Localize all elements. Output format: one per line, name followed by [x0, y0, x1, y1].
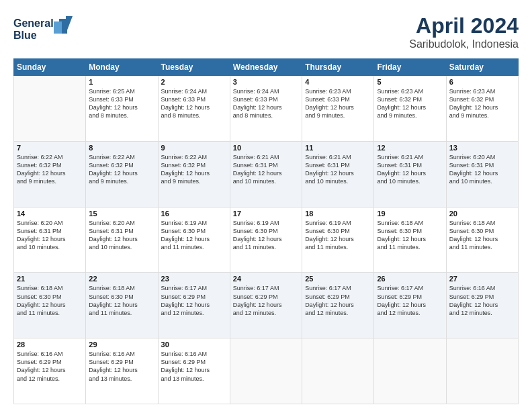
logo-svg: General Blue: [13, 13, 74, 43]
day-number: 4: [305, 78, 371, 86]
day-number: 23: [161, 275, 227, 283]
col-sunday: Sunday: [14, 59, 86, 76]
header-row: Sunday Monday Tuesday Wednesday Thursday…: [14, 59, 519, 76]
title-block: April 2024 Saribudolok, Indonesia: [409, 13, 519, 50]
day-number: 13: [449, 144, 515, 152]
col-friday: Friday: [374, 59, 446, 76]
table-row: 13Sunrise: 6:20 AM Sunset: 6:31 PM Dayli…: [446, 141, 518, 207]
col-tuesday: Tuesday: [158, 59, 230, 76]
day-info: Sunrise: 6:16 AM Sunset: 6:29 PM Dayligh…: [161, 350, 227, 383]
logo-text: General Blue: [13, 13, 74, 46]
day-number: 8: [89, 144, 154, 152]
table-row: 20Sunrise: 6:18 AM Sunset: 6:30 PM Dayli…: [446, 207, 518, 273]
day-number: 11: [305, 144, 371, 152]
day-info: Sunrise: 6:19 AM Sunset: 6:30 PM Dayligh…: [161, 219, 227, 252]
table-row: 28Sunrise: 6:16 AM Sunset: 6:29 PM Dayli…: [14, 338, 86, 404]
calendar-subtitle: Saribudolok, Indonesia: [409, 38, 519, 50]
table-row: 15Sunrise: 6:20 AM Sunset: 6:31 PM Dayli…: [86, 207, 158, 273]
day-info: Sunrise: 6:22 AM Sunset: 6:32 PM Dayligh…: [89, 153, 154, 186]
table-row: [374, 338, 446, 404]
day-info: Sunrise: 6:20 AM Sunset: 6:31 PM Dayligh…: [449, 153, 515, 186]
svg-marker-3: [66, 16, 73, 34]
day-info: Sunrise: 6:24 AM Sunset: 6:33 PM Dayligh…: [233, 87, 299, 120]
day-number: 26: [377, 275, 443, 283]
table-row: [446, 338, 518, 404]
day-info: Sunrise: 6:19 AM Sunset: 6:30 PM Dayligh…: [233, 219, 299, 252]
table-row: 29Sunrise: 6:16 AM Sunset: 6:29 PM Dayli…: [86, 338, 158, 404]
table-row: 6Sunrise: 6:23 AM Sunset: 6:32 PM Daylig…: [446, 76, 518, 142]
col-monday: Monday: [86, 59, 158, 76]
table-row: 27Sunrise: 6:16 AM Sunset: 6:29 PM Dayli…: [446, 273, 518, 338]
day-info: Sunrise: 6:18 AM Sunset: 6:30 PM Dayligh…: [377, 219, 443, 252]
day-info: Sunrise: 6:18 AM Sunset: 6:30 PM Dayligh…: [449, 219, 515, 252]
day-info: Sunrise: 6:24 AM Sunset: 6:33 PM Dayligh…: [161, 87, 227, 120]
logo: General Blue: [13, 13, 74, 46]
day-number: 5: [377, 78, 443, 86]
table-row: 16Sunrise: 6:19 AM Sunset: 6:30 PM Dayli…: [158, 207, 230, 273]
day-info: Sunrise: 6:17 AM Sunset: 6:29 PM Dayligh…: [377, 284, 443, 317]
day-number: 14: [17, 210, 83, 218]
day-number: 18: [305, 210, 371, 218]
day-number: 28: [17, 340, 83, 349]
col-saturday: Saturday: [446, 59, 518, 76]
day-info: Sunrise: 6:23 AM Sunset: 6:32 PM Dayligh…: [377, 87, 443, 120]
table-row: 12Sunrise: 6:21 AM Sunset: 6:31 PM Dayli…: [374, 141, 446, 207]
day-number: 15: [89, 210, 154, 218]
table-row: 22Sunrise: 6:18 AM Sunset: 6:30 PM Dayli…: [86, 273, 158, 338]
day-number: 16: [161, 210, 227, 218]
table-row: 21Sunrise: 6:18 AM Sunset: 6:30 PM Dayli…: [14, 273, 86, 338]
calendar-week-row: 7Sunrise: 6:22 AM Sunset: 6:32 PM Daylig…: [14, 141, 519, 207]
page: General Blue April 2024 Saribudolok, Ind…: [0, 0, 532, 411]
day-info: Sunrise: 6:22 AM Sunset: 6:32 PM Dayligh…: [161, 153, 227, 186]
table-row: 30Sunrise: 6:16 AM Sunset: 6:29 PM Dayli…: [158, 338, 230, 404]
table-row: [230, 338, 302, 404]
day-info: Sunrise: 6:21 AM Sunset: 6:31 PM Dayligh…: [305, 153, 371, 186]
table-row: 24Sunrise: 6:17 AM Sunset: 6:29 PM Dayli…: [230, 273, 302, 338]
day-info: Sunrise: 6:16 AM Sunset: 6:29 PM Dayligh…: [17, 350, 83, 383]
day-number: 25: [305, 275, 371, 283]
table-row: 25Sunrise: 6:17 AM Sunset: 6:29 PM Dayli…: [302, 273, 374, 338]
col-wednesday: Wednesday: [230, 59, 302, 76]
table-row: 14Sunrise: 6:20 AM Sunset: 6:31 PM Dayli…: [14, 207, 86, 273]
svg-text:General: General: [13, 17, 54, 29]
calendar-week-row: 14Sunrise: 6:20 AM Sunset: 6:31 PM Dayli…: [14, 207, 519, 273]
table-row: 10Sunrise: 6:21 AM Sunset: 6:31 PM Dayli…: [230, 141, 302, 207]
day-number: 9: [161, 144, 227, 152]
day-info: Sunrise: 6:22 AM Sunset: 6:32 PM Dayligh…: [17, 153, 83, 186]
day-info: Sunrise: 6:20 AM Sunset: 6:31 PM Dayligh…: [89, 219, 154, 252]
day-info: Sunrise: 6:25 AM Sunset: 6:33 PM Dayligh…: [89, 87, 154, 120]
table-row: 17Sunrise: 6:19 AM Sunset: 6:30 PM Dayli…: [230, 207, 302, 273]
table-row: 1Sunrise: 6:25 AM Sunset: 6:33 PM Daylig…: [86, 76, 158, 142]
day-number: 29: [89, 340, 154, 349]
calendar-table: Sunday Monday Tuesday Wednesday Thursday…: [13, 58, 519, 404]
table-row: 8Sunrise: 6:22 AM Sunset: 6:32 PM Daylig…: [86, 141, 158, 207]
day-number: 20: [449, 210, 515, 218]
day-number: 12: [377, 144, 443, 152]
day-info: Sunrise: 6:21 AM Sunset: 6:31 PM Dayligh…: [233, 153, 299, 186]
table-row: 19Sunrise: 6:18 AM Sunset: 6:30 PM Dayli…: [374, 207, 446, 273]
day-info: Sunrise: 6:18 AM Sunset: 6:30 PM Dayligh…: [89, 284, 154, 317]
day-info: Sunrise: 6:17 AM Sunset: 6:29 PM Dayligh…: [161, 284, 227, 317]
table-row: 11Sunrise: 6:21 AM Sunset: 6:31 PM Dayli…: [302, 141, 374, 207]
day-number: 7: [17, 144, 83, 152]
day-number: 24: [233, 275, 299, 283]
table-row: 23Sunrise: 6:17 AM Sunset: 6:29 PM Dayli…: [158, 273, 230, 338]
col-thursday: Thursday: [302, 59, 374, 76]
day-info: Sunrise: 6:18 AM Sunset: 6:30 PM Dayligh…: [17, 284, 83, 317]
day-info: Sunrise: 6:23 AM Sunset: 6:33 PM Dayligh…: [305, 87, 371, 120]
table-row: 4Sunrise: 6:23 AM Sunset: 6:33 PM Daylig…: [302, 76, 374, 142]
day-number: 3: [233, 78, 299, 86]
table-row: 7Sunrise: 6:22 AM Sunset: 6:32 PM Daylig…: [14, 141, 86, 207]
table-row: 5Sunrise: 6:23 AM Sunset: 6:32 PM Daylig…: [374, 76, 446, 142]
table-row: 2Sunrise: 6:24 AM Sunset: 6:33 PM Daylig…: [158, 76, 230, 142]
day-info: Sunrise: 6:21 AM Sunset: 6:31 PM Dayligh…: [377, 153, 443, 186]
table-row: 9Sunrise: 6:22 AM Sunset: 6:32 PM Daylig…: [158, 141, 230, 207]
day-info: Sunrise: 6:16 AM Sunset: 6:29 PM Dayligh…: [449, 284, 515, 317]
day-number: 22: [89, 275, 154, 283]
svg-text:Blue: Blue: [13, 30, 37, 41]
day-number: 19: [377, 210, 443, 218]
day-info: Sunrise: 6:16 AM Sunset: 6:29 PM Dayligh…: [89, 350, 154, 383]
table-row: 26Sunrise: 6:17 AM Sunset: 6:29 PM Dayli…: [374, 273, 446, 338]
calendar-week-row: 21Sunrise: 6:18 AM Sunset: 6:30 PM Dayli…: [14, 273, 519, 338]
table-row: 18Sunrise: 6:19 AM Sunset: 6:30 PM Dayli…: [302, 207, 374, 273]
